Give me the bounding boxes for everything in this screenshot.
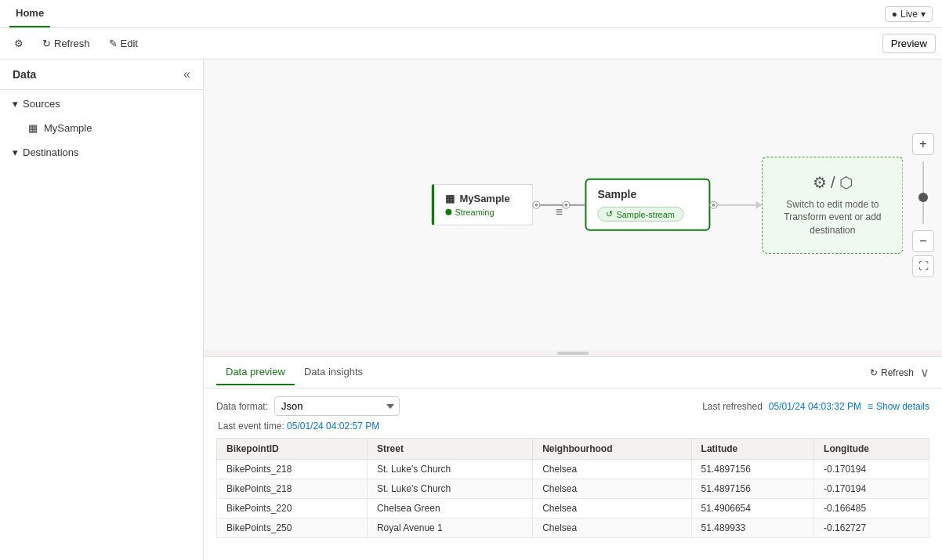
event-time-value: 05/01/24 04:02:57 PM bbox=[287, 421, 379, 432]
zoom-out-button[interactable]: − bbox=[912, 230, 934, 252]
toolbar: ⚙ ↻ Refresh ✎ Edit Preview bbox=[0, 28, 942, 60]
zoom-controls: + − ⛶ bbox=[912, 133, 934, 277]
flow-container: ▦ MySample Streaming ≡ bbox=[431, 156, 903, 253]
zoom-slider-thumb bbox=[918, 193, 928, 202]
zoom-fit-button[interactable]: ⛶ bbox=[912, 255, 934, 277]
divider-dots bbox=[557, 352, 589, 355]
edit-button[interactable]: ✎ Edit bbox=[101, 34, 146, 52]
bottom-tabs: Data preview Data insights ↻ Refresh ∨ bbox=[204, 357, 942, 388]
destinations-section-header[interactable]: ▾ Destinations bbox=[0, 139, 203, 166]
data-format-label: Data format: bbox=[216, 401, 268, 412]
table-body: BikePoints_218St. Luke's ChurchChelsea51… bbox=[217, 460, 929, 538]
sidebar-item-mysample[interactable]: ▦ MySample bbox=[0, 117, 203, 139]
chevron-right-icon: ▾ bbox=[13, 146, 18, 158]
expand-button[interactable]: ∨ bbox=[920, 365, 929, 380]
data-panel: Data format: Json CSV Avro Last refreshe… bbox=[204, 388, 942, 546]
main-layout: Data « ▾ Sources ▦ MySample ▾ Destinatio… bbox=[0, 60, 942, 560]
last-refreshed-label: Last refreshed bbox=[702, 401, 763, 412]
table-row: BikePoints_218St. Luke's ChurchChelsea51… bbox=[217, 460, 929, 479]
table-cell: Chelsea bbox=[533, 460, 691, 479]
tab-data-preview[interactable]: Data preview bbox=[216, 359, 295, 385]
preview-button[interactable]: Preview bbox=[882, 34, 936, 53]
stream-node-title: Sample bbox=[597, 188, 697, 201]
col-header-latitude: Latitude bbox=[691, 439, 814, 460]
connector-1: ≡ bbox=[533, 201, 585, 208]
sidebar-header: Data « bbox=[0, 60, 203, 90]
edit-node-text: Switch to edit mode to Transform event o… bbox=[775, 197, 889, 237]
tab-data-insights[interactable]: Data insights bbox=[295, 359, 372, 385]
sidebar: Data « ▾ Sources ▦ MySample ▾ Destinatio… bbox=[0, 60, 204, 560]
connector-dot-right bbox=[563, 201, 569, 208]
table-cell: Royal Avenue 1 bbox=[367, 518, 532, 538]
sidebar-title: Data bbox=[13, 68, 36, 81]
table-cell: Chelsea bbox=[533, 518, 691, 538]
table-cell: 51.4897156 bbox=[691, 479, 814, 499]
grid-icon: ▦ bbox=[28, 122, 38, 134]
stream-badge: ↺ Sample-stream bbox=[597, 207, 683, 222]
show-details-button[interactable]: ≡ Show details bbox=[868, 401, 929, 412]
table-cell: BikePoints_220 bbox=[217, 499, 368, 518]
source-icon: ▦ bbox=[445, 193, 455, 204]
sources-section-header[interactable]: ▾ Sources bbox=[0, 90, 203, 117]
table-cell: Chelsea bbox=[533, 499, 691, 518]
edit-node-icons: ⚙ / ⬡ bbox=[775, 172, 889, 191]
source-node-title: ▦ MySample bbox=[445, 193, 521, 204]
table-cell: -0.166485 bbox=[814, 499, 929, 518]
destination-icon: ⬡ bbox=[839, 173, 853, 190]
table-container: BikepointID Street Neighbourhood Latitud… bbox=[216, 438, 929, 538]
connector-dot-2 bbox=[710, 201, 716, 208]
event-time-row: Last event time: 05/01/24 04:02:57 PM bbox=[216, 421, 929, 432]
col-header-bikepointid: BikepointID bbox=[217, 439, 368, 460]
stream-badge-icon: ↺ bbox=[606, 209, 613, 219]
table-cell: Chelsea Green bbox=[367, 499, 532, 518]
live-icon: ● bbox=[892, 9, 897, 20]
canvas[interactable]: ▦ MySample Streaming ≡ bbox=[204, 60, 942, 350]
zoom-slider[interactable] bbox=[922, 161, 924, 224]
panel-divider[interactable] bbox=[204, 350, 942, 356]
col-header-street: Street bbox=[367, 439, 532, 460]
table-cell: 51.489933 bbox=[691, 518, 814, 538]
event-time-label: Last event time: bbox=[218, 421, 284, 432]
settings-button[interactable]: ⚙ bbox=[6, 34, 31, 52]
table-cell: 51.4906654 bbox=[691, 499, 814, 518]
table-cell: -0.162727 bbox=[814, 518, 929, 538]
stream-node[interactable]: Sample ↺ Sample-stream bbox=[585, 179, 710, 231]
refresh-button[interactable]: ↻ Refresh bbox=[34, 34, 98, 52]
data-format-select[interactable]: Json CSV Avro bbox=[274, 396, 400, 416]
data-format-right: Last refreshed 05/01/24 04:03:32 PM ≡ Sh… bbox=[702, 401, 929, 412]
table-header: BikepointID Street Neighbourhood Latitud… bbox=[217, 439, 929, 460]
live-badge: ● Live ▾ bbox=[885, 6, 933, 22]
destinations-section: ▾ Destinations bbox=[0, 139, 203, 166]
data-table: BikepointID Street Neighbourhood Latitud… bbox=[216, 438, 929, 538]
table-row: BikePoints_218St. Luke's ChurchChelsea51… bbox=[217, 479, 929, 499]
table-cell: BikePoints_218 bbox=[217, 479, 368, 499]
table-row: BikePoints_220Chelsea GreenChelsea51.490… bbox=[217, 499, 929, 518]
connector-2 bbox=[710, 201, 762, 208]
connector-arrow bbox=[755, 201, 762, 208]
connector-dot-left bbox=[533, 201, 539, 208]
home-tab[interactable]: Home bbox=[9, 0, 50, 27]
source-node[interactable]: ▦ MySample Streaming bbox=[431, 184, 533, 226]
col-header-neighbourhood: Neighbourhood bbox=[533, 439, 691, 460]
bottom-refresh-button[interactable]: ↻ Refresh bbox=[870, 367, 914, 378]
bottom-tab-actions: ↻ Refresh ∨ bbox=[870, 365, 929, 380]
data-format-row: Data format: Json CSV Avro Last refreshe… bbox=[216, 396, 929, 416]
connector-line-3 bbox=[716, 204, 755, 205]
zoom-in-button[interactable]: + bbox=[912, 133, 934, 155]
source-node-status: Streaming bbox=[445, 208, 521, 217]
edit-destination-node[interactable]: ⚙ / ⬡ Switch to edit mode to Transform e… bbox=[762, 156, 903, 253]
chevron-down-icon: ▾ bbox=[13, 98, 18, 110]
collapse-icon: « bbox=[183, 67, 190, 81]
connector-menu-icon[interactable]: ≡ bbox=[556, 204, 563, 219]
refresh-small-icon: ↻ bbox=[870, 367, 878, 378]
sidebar-collapse-button[interactable]: « bbox=[183, 67, 190, 81]
data-format-left: Data format: Json CSV Avro bbox=[216, 396, 400, 416]
gear-icon: ⚙ bbox=[813, 173, 827, 190]
table-cell: St. Luke's Church bbox=[367, 460, 532, 479]
settings-icon: ⚙ bbox=[14, 38, 24, 49]
col-header-longitude: Longitude bbox=[814, 439, 929, 460]
bottom-panel: Data preview Data insights ↻ Refresh ∨ bbox=[204, 356, 942, 560]
table-cell: -0.170194 bbox=[814, 460, 929, 479]
table-cell: St. Luke's Church bbox=[367, 479, 532, 499]
refresh-icon: ↻ bbox=[42, 38, 51, 49]
